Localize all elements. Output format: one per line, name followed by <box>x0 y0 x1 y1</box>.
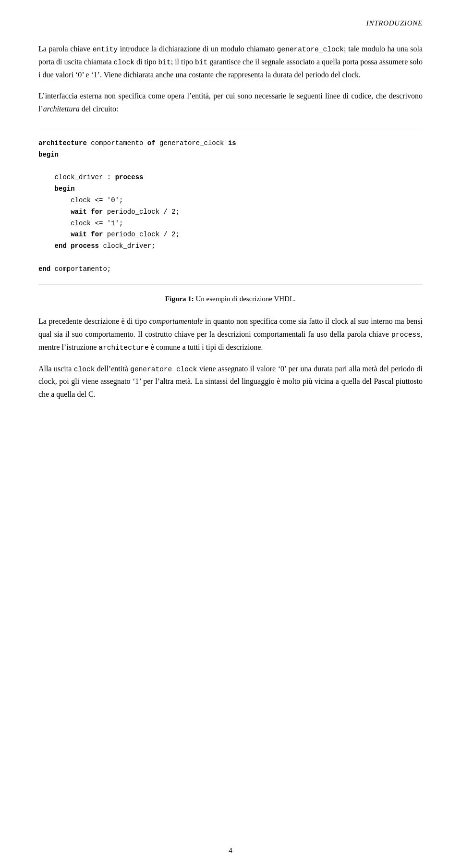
code-line-1: architecture comportamento of generatore… <box>38 138 423 149</box>
paragraph-3: La precedente descrizione è di tipo comp… <box>38 315 423 354</box>
code-line-blank-2 <box>38 252 423 264</box>
kw-is: is <box>228 139 236 147</box>
code-process: pro­cess <box>391 331 421 339</box>
header-title: INTRODUZIONE <box>366 19 423 27</box>
code-entity: entity <box>93 46 118 53</box>
code-line-10: end comportamento; <box>38 264 423 275</box>
code-clock-1: clock <box>114 59 135 66</box>
kw-architecture: architecture <box>38 139 87 147</box>
kw-wait-for-2: wait for <box>71 231 103 238</box>
para3-italic: comportamentale <box>149 317 203 325</box>
main-content: La parola chiave entity introduce la dic… <box>38 43 423 401</box>
figure-label: Figura 1: <box>165 295 194 303</box>
code-line-4: begin <box>38 183 423 195</box>
code-line-9: end process clock_driver; <box>38 241 423 252</box>
code-line-6: wait for periodo_clock / 2; <box>38 207 423 218</box>
code-line-7: clock <= '1'; <box>38 218 423 230</box>
kw-end: end <box>38 265 50 273</box>
figure-caption: Figura 1: Un esempio di descrizione VHDL… <box>38 293 423 305</box>
kw-of: of <box>147 139 156 147</box>
code-generatore-clock-1: ge­neratore_clock <box>277 46 344 53</box>
figure-text: Un esempio di descrizione VHDL. <box>194 295 296 303</box>
page: INTRODUZIONE La parola chiave entity int… <box>0 0 461 868</box>
kw-end-process: end process <box>55 242 99 250</box>
page-number: 4 <box>0 846 461 855</box>
code-line-blank-1 <box>38 161 423 172</box>
kw-process: process <box>115 173 144 181</box>
paragraph-2: L’interfaccia esterna non specifica come… <box>38 90 423 115</box>
code-line-8: wait for periodo_clock / 2; <box>38 229 423 241</box>
code-block-figure1: architecture comportamento of generatore… <box>38 129 423 284</box>
kw-wait-for-1: wait for <box>71 208 103 216</box>
code-bit-1: bit <box>158 59 171 66</box>
code-bit-2: bit <box>195 59 207 66</box>
kw-begin-2: begin <box>55 185 75 193</box>
architettura-italic: architettura <box>43 105 80 113</box>
kw-begin-1: begin <box>38 151 59 159</box>
code-architecture: architecture <box>98 344 148 352</box>
code-generatore-clock-2: generatore_clock <box>130 366 197 373</box>
page-header: INTRODUZIONE <box>38 19 423 27</box>
paragraph-1: La parola chiave entity introduce la dic… <box>38 43 423 81</box>
paragraph-4: Alla uscita clock dell’entità generatore… <box>38 363 423 401</box>
code-clock-2: clock <box>74 366 95 373</box>
code-line-5: clock <= '0'; <box>38 195 423 207</box>
para3-prefix: La precedente descrizione è di tipo <box>38 317 149 325</box>
code-line-2: begin <box>38 149 423 161</box>
code-line-3: clock_driver : process <box>38 172 423 183</box>
